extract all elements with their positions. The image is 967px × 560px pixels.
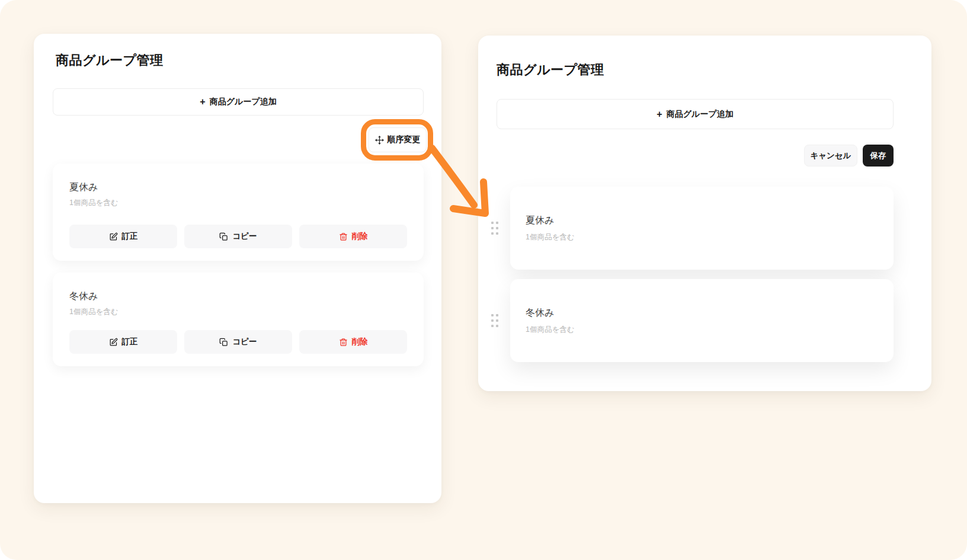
plus-icon: +: [657, 110, 662, 119]
cancel-button[interactable]: キャンセル: [804, 145, 857, 167]
copy-button[interactable]: コピー: [184, 330, 292, 354]
reorder-button[interactable]: 順序変更: [369, 127, 427, 152]
edit-square-icon: [109, 338, 118, 347]
copy-label: コピー: [232, 337, 257, 347]
add-group-label: 商品グループ追加: [210, 97, 277, 107]
group-name: 夏休み: [526, 215, 894, 227]
group-name: 冬休み: [69, 290, 407, 303]
plus-icon: +: [200, 97, 205, 107]
app-background: 商品グループ管理 + 商品グループ追加 順序変更 夏休み 1個商品を: [0, 0, 967, 560]
trash-icon: [339, 232, 348, 241]
trash-icon: [339, 338, 348, 347]
edit-square-icon: [109, 232, 118, 241]
save-button[interactable]: 保存: [863, 145, 894, 167]
group-meta: 1個商品を含む: [526, 325, 894, 335]
sortable-group-card[interactable]: 夏休み 1個商品を含む: [510, 187, 894, 270]
delete-button[interactable]: 削除: [299, 225, 407, 248]
group-meta: 1個商品を含む: [526, 232, 894, 242]
edit-button[interactable]: 訂正: [69, 225, 177, 248]
group-card: 冬休み 1個商品を含む 訂正: [53, 273, 424, 366]
add-group-button[interactable]: + 商品グループ追加: [53, 88, 424, 116]
group-meta: 1個商品を含む: [69, 198, 407, 208]
page-title: 商品グループ管理: [497, 61, 604, 79]
reorder-label: 順序変更: [388, 135, 421, 145]
group-name: 夏休み: [69, 181, 407, 194]
sortable-group-row: 夏休み 1個商品を含む: [489, 187, 894, 270]
right-panel: 商品グループ管理 + 商品グループ追加 キャンセル 保存 夏休み 1個商品を含む…: [478, 36, 931, 391]
add-group-button[interactable]: + 商品グループ追加: [497, 99, 894, 129]
group-name: 冬休み: [526, 307, 894, 319]
add-group-label: 商品グループ追加: [667, 109, 734, 120]
delete-label: 削除: [352, 231, 368, 242]
grip-dots-icon[interactable]: [491, 314, 498, 327]
edit-label: 訂正: [122, 337, 138, 347]
group-actions: 訂正 コピー: [69, 330, 407, 354]
page-title: 商品グループ管理: [56, 52, 164, 69]
move-icon: [375, 136, 384, 145]
copy-button[interactable]: コピー: [184, 225, 292, 248]
group-meta: 1個商品を含む: [69, 307, 407, 317]
edit-button[interactable]: 訂正: [69, 330, 177, 354]
edit-label: 訂正: [122, 231, 138, 242]
delete-label: 削除: [352, 337, 368, 347]
group-card: 夏休み 1個商品を含む 訂正: [53, 164, 424, 261]
left-panel: 商品グループ管理 + 商品グループ追加 順序変更 夏休み 1個商品を: [34, 34, 441, 503]
copy-icon: [219, 232, 228, 241]
copy-label: コピー: [232, 231, 257, 242]
grip-dots-icon[interactable]: [491, 222, 498, 235]
sortable-group-row: 冬休み 1個商品を含む: [489, 279, 894, 362]
group-actions: 訂正 コピー: [69, 225, 407, 248]
reorder-mode-actions: キャンセル 保存: [497, 145, 894, 167]
copy-icon: [219, 338, 228, 347]
delete-button[interactable]: 削除: [299, 330, 407, 354]
sortable-group-card[interactable]: 冬休み 1個商品を含む: [510, 279, 894, 362]
